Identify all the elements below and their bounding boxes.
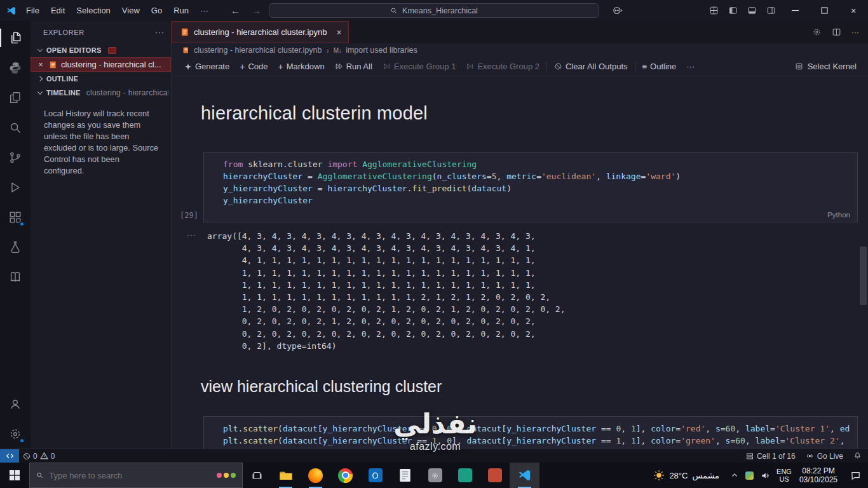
execute-group-1-button[interactable]: Execute Group 1 — [377, 60, 461, 73]
go-live-button[interactable]: Go Live — [806, 452, 843, 461]
explorer-icon[interactable] — [0, 23, 31, 53]
broadcast-icon — [806, 452, 814, 460]
tab-clustering-notebook[interactable]: clustering - hierarchical cluster.ipynb … — [172, 21, 349, 43]
run-debug-icon[interactable] — [0, 172, 31, 202]
settings-gear-icon[interactable] — [0, 419, 31, 449]
menu-file[interactable]: File — [20, 0, 45, 21]
minimize-button[interactable] — [780, 0, 810, 21]
configure-notebook-icon[interactable] — [812, 27, 822, 37]
clear-all-outputs-button[interactable]: Clear All Outputs — [549, 60, 633, 73]
cell-indicator[interactable]: Cell 1 of 16 — [746, 452, 796, 461]
taskbar-search-input[interactable] — [49, 471, 211, 480]
tab-actions: ··· — [812, 21, 868, 43]
menu-selection[interactable]: Selection — [71, 0, 116, 21]
copilot-icon[interactable] — [612, 5, 623, 16]
outlook-icon — [369, 468, 383, 482]
account-icon[interactable] — [0, 389, 31, 419]
hidden-icons-chevron[interactable] — [731, 471, 738, 479]
weather-widget[interactable]: 28°C مشمس — [646, 470, 727, 481]
tab-close-icon[interactable]: × — [337, 27, 342, 37]
menu-edit[interactable]: Edit — [45, 0, 71, 21]
select-kernel-button[interactable]: Select Kernel — [795, 62, 862, 71]
open-editor-item[interactable]: × clustering - hierarchical cl... — [31, 57, 171, 72]
photos-app[interactable] — [480, 463, 510, 488]
code-line[interactable]: y_hierarchyCluster = hierarchyCluster.fi… — [223, 182, 850, 194]
execute-group-2-button[interactable]: Execute Group 2 — [461, 60, 545, 73]
command-center-search[interactable]: Kmeans_Hierarchical — [269, 3, 599, 18]
notepad-app[interactable] — [390, 463, 420, 488]
run-all-button[interactable]: Run All — [330, 60, 377, 73]
split-editor-icon[interactable] — [832, 27, 841, 37]
start-button[interactable] — [0, 463, 29, 488]
file-explorer-app[interactable] — [271, 463, 301, 488]
jupyter-notebook-icon[interactable] — [0, 262, 31, 292]
back-arrow-icon[interactable]: ← — [231, 5, 240, 16]
code-line[interactable]: plt.scatter(datacut[y_hierarchyCluster =… — [223, 435, 850, 447]
ipynb-tab-icon — [180, 27, 189, 37]
toggle-panel-icon[interactable] — [742, 0, 761, 21]
markdown-heading-1[interactable]: hierarchical clusterin model — [201, 103, 868, 124]
toggle-secondary-sidebar-icon[interactable] — [761, 0, 780, 21]
toolbar-more-icon[interactable]: ··· — [681, 60, 700, 73]
editor-scrollbar[interactable] — [860, 247, 867, 305]
sidebar-more-actions-icon[interactable]: ··· — [155, 28, 165, 37]
speaker-icon[interactable] — [761, 471, 770, 480]
source-control-icon[interactable] — [0, 142, 31, 172]
toolbar-separator — [635, 62, 635, 71]
menu-go[interactable]: Go — [146, 0, 168, 21]
add-markdown-cell-button[interactable]: + Markdown — [273, 60, 329, 73]
timeline-header[interactable]: TIMELINE clustering - hierarchical clus.… — [31, 86, 171, 100]
tray-color-icon[interactable] — [745, 471, 754, 480]
open-editors-header[interactable]: OPEN EDITORS — [31, 43, 171, 57]
output-menu-icon[interactable]: ··· — [187, 231, 196, 240]
code-cell-editor[interactable]: from sklearn.cluster import Agglomerativ… — [203, 152, 858, 222]
language-indicator[interactable]: ENG US — [774, 468, 794, 483]
editor-more-actions-icon[interactable]: ··· — [851, 28, 859, 37]
documents-icon[interactable] — [0, 83, 31, 112]
code-cell-editor[interactable]: plt.scatter(datacut[y_hierarchyCluster =… — [203, 416, 858, 449]
menu-run[interactable]: Run — [168, 0, 194, 21]
firefox-app[interactable] — [301, 463, 330, 488]
timeline-message: Local History will track recent changes … — [31, 100, 171, 177]
action-center-icon[interactable] — [843, 470, 868, 481]
remote-indicator[interactable] — [0, 449, 19, 463]
store-app[interactable] — [450, 463, 480, 488]
toggle-primary-sidebar-icon[interactable] — [723, 0, 742, 21]
menu-more[interactable]: ··· — [194, 0, 214, 21]
testing-icon[interactable] — [0, 232, 31, 262]
outline-header[interactable]: OUTLINE — [31, 72, 171, 86]
generate-button[interactable]: Generate — [179, 60, 234, 73]
search-sidebar-icon[interactable] — [0, 112, 31, 142]
code-line[interactable]: from sklearn.cluster import Agglomerativ… — [223, 158, 850, 170]
code-line[interactable]: hierarchyCluster = AgglomerativeClusteri… — [223, 170, 850, 182]
vscode-app[interactable] — [510, 463, 539, 488]
outline-button[interactable]: ≡ Outline — [637, 60, 682, 73]
red-app-icon — [488, 468, 502, 482]
settings-app[interactable] — [420, 463, 450, 488]
notifications-bell-icon[interactable] — [853, 452, 862, 460]
maximize-button[interactable] — [810, 0, 839, 21]
customize-layout-icon[interactable] — [704, 0, 723, 21]
close-button[interactable]: × — [839, 0, 868, 21]
menu-view[interactable]: View — [116, 0, 146, 21]
taskbar-search[interactable] — [29, 463, 243, 488]
cell-language-label[interactable]: Python — [827, 211, 850, 219]
vscode-logo-icon — [6, 6, 17, 16]
extensions-icon[interactable] — [0, 202, 31, 232]
activity-bar — [0, 21, 31, 449]
clock[interactable]: 08:22 PM 03/10/2025 — [794, 466, 843, 484]
close-editor-icon[interactable]: × — [36, 60, 45, 69]
chrome-app[interactable] — [330, 463, 360, 488]
problems-indicator[interactable]: 0 0 — [19, 452, 58, 461]
forward-arrow-icon[interactable]: → — [252, 5, 261, 16]
code-line[interactable]: y_hierarchyCluster — [223, 194, 850, 207]
code-line[interactable]: plt.scatter(datacut[y_hierarchyCluster =… — [223, 423, 850, 435]
markdown-heading-2[interactable]: view hierarchical clustering cluster — [201, 377, 868, 396]
windows-taskbar: 28°C مشمس ENG US 08:22 PM 03/10/2025 — [0, 463, 868, 488]
outlook-app[interactable] — [360, 463, 390, 488]
breadcrumb-file[interactable]: clustering - hierarchical cluster.ipynb — [194, 46, 322, 55]
add-code-cell-button[interactable]: + Code — [234, 60, 273, 73]
python-icon[interactable] — [0, 53, 31, 83]
breadcrumb-section[interactable]: import used libraries — [346, 46, 417, 55]
task-view-button[interactable] — [243, 463, 271, 488]
